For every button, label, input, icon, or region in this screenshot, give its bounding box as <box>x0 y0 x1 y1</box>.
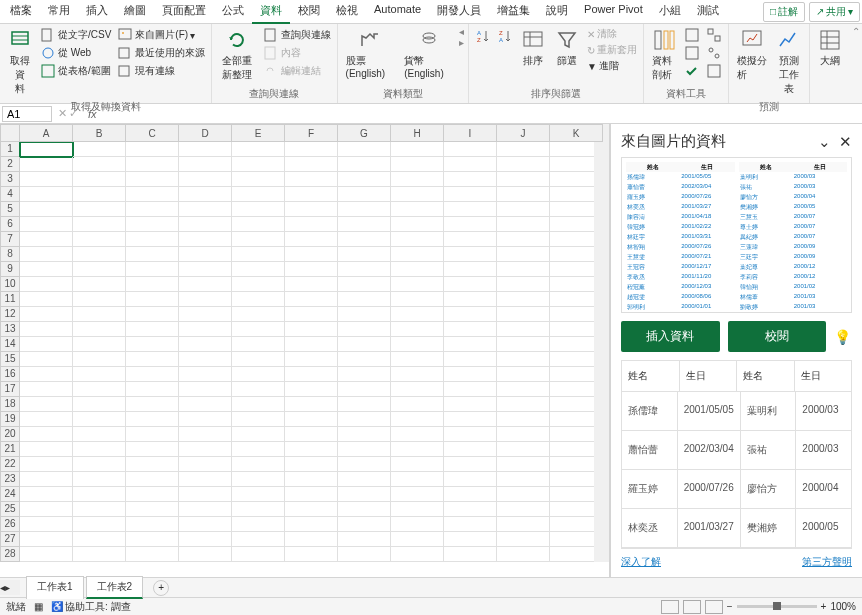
tab-增益集[interactable]: 增益集 <box>489 0 538 24</box>
cell[interactable] <box>232 427 285 442</box>
cell[interactable] <box>391 322 444 337</box>
table-row[interactable]: 孫儒瑋2001/05/05葉明利2000/03 <box>622 392 851 431</box>
row-header[interactable]: 8 <box>0 247 20 262</box>
cell[interactable] <box>391 502 444 517</box>
cell[interactable] <box>232 307 285 322</box>
cell[interactable] <box>73 457 126 472</box>
cell[interactable] <box>285 157 338 172</box>
text-to-columns-button[interactable]: 資料剖析 <box>648 26 680 84</box>
cell[interactable] <box>391 262 444 277</box>
cell[interactable] <box>126 472 179 487</box>
cell[interactable] <box>73 247 126 262</box>
cell[interactable] <box>444 337 497 352</box>
row-header[interactable]: 5 <box>0 202 20 217</box>
cell[interactable] <box>444 517 497 532</box>
name-box[interactable] <box>2 106 52 122</box>
relationships-button[interactable] <box>704 44 724 62</box>
cell[interactable] <box>179 532 232 547</box>
row-header[interactable]: 22 <box>0 457 20 472</box>
cell[interactable] <box>20 352 73 367</box>
cell[interactable] <box>179 187 232 202</box>
recent-sources-button[interactable]: 最近使用的來源 <box>115 44 207 62</box>
from-picture-button[interactable]: 來自圖片(F) ▾ <box>115 26 207 44</box>
cell[interactable] <box>338 352 391 367</box>
cell[interactable] <box>497 397 550 412</box>
cell[interactable] <box>73 532 126 547</box>
cell[interactable] <box>444 172 497 187</box>
cell[interactable] <box>391 412 444 427</box>
macro-icon[interactable]: ▦ <box>34 601 43 612</box>
cell[interactable] <box>444 232 497 247</box>
outline-button[interactable]: 大綱 <box>814 26 846 70</box>
cell[interactable] <box>20 547 73 562</box>
column-header[interactable]: D <box>179 124 232 142</box>
enter-icon[interactable]: ✓ <box>69 107 78 120</box>
share-button[interactable]: ↗ 共用 ▾ <box>809 2 860 22</box>
cell[interactable] <box>444 472 497 487</box>
row-header[interactable]: 27 <box>0 532 20 547</box>
cell[interactable] <box>338 202 391 217</box>
column-header[interactable]: K <box>550 124 603 142</box>
cell[interactable] <box>391 517 444 532</box>
cell[interactable] <box>391 367 444 382</box>
cell[interactable] <box>126 172 179 187</box>
cell[interactable] <box>338 292 391 307</box>
cell[interactable] <box>444 487 497 502</box>
row-header[interactable]: 3 <box>0 172 20 187</box>
cell[interactable] <box>338 397 391 412</box>
cell[interactable] <box>73 322 126 337</box>
tab-公式[interactable]: 公式 <box>214 0 252 24</box>
cell[interactable] <box>391 457 444 472</box>
cell[interactable] <box>285 247 338 262</box>
cell[interactable] <box>179 367 232 382</box>
cell[interactable] <box>179 502 232 517</box>
cell[interactable] <box>497 172 550 187</box>
cell[interactable] <box>497 457 550 472</box>
cell[interactable] <box>126 367 179 382</box>
cell[interactable] <box>126 142 179 157</box>
cell[interactable] <box>285 367 338 382</box>
existing-connections-button[interactable]: 現有連線 <box>115 62 207 80</box>
cell[interactable] <box>285 277 338 292</box>
column-header[interactable]: H <box>391 124 444 142</box>
cell[interactable] <box>20 487 73 502</box>
cell[interactable] <box>338 502 391 517</box>
filter-button[interactable]: 篩選 <box>551 26 583 70</box>
cancel-icon[interactable]: ✕ <box>58 107 67 120</box>
cell[interactable] <box>391 217 444 232</box>
sort-za-button[interactable]: ZA <box>495 26 515 46</box>
cell[interactable] <box>497 442 550 457</box>
cell[interactable] <box>444 457 497 472</box>
tab-測試[interactable]: 測試 <box>689 0 727 24</box>
cell[interactable] <box>232 457 285 472</box>
chevron-down-icon[interactable]: ⌄ <box>818 133 831 151</box>
row-header[interactable]: 26 <box>0 517 20 532</box>
sort-az-button[interactable]: AZ <box>473 26 493 46</box>
comment-button[interactable]: □ 註解 <box>763 2 805 22</box>
table-row[interactable]: 羅玉婷2000/07/26廖怡方2000/04 <box>622 470 851 509</box>
sheet-tab[interactable]: 工作表1 <box>26 576 84 599</box>
cell[interactable] <box>391 232 444 247</box>
cell[interactable] <box>179 292 232 307</box>
cell[interactable] <box>285 457 338 472</box>
cell[interactable] <box>285 187 338 202</box>
row-header[interactable]: 24 <box>0 487 20 502</box>
cell[interactable] <box>232 247 285 262</box>
cell[interactable] <box>338 232 391 247</box>
cell[interactable] <box>338 337 391 352</box>
refresh-all-button[interactable]: 全部重新整理 <box>216 26 258 84</box>
cell[interactable] <box>285 547 338 562</box>
cell[interactable] <box>391 352 444 367</box>
cell[interactable] <box>232 352 285 367</box>
row-header[interactable]: 15 <box>0 352 20 367</box>
cell[interactable] <box>20 442 73 457</box>
worksheet-grid[interactable]: ABCDEFGHIJK 1234567891011121314151617181… <box>0 124 610 577</box>
cell[interactable] <box>179 457 232 472</box>
row-header[interactable]: 11 <box>0 292 20 307</box>
cell[interactable] <box>73 142 126 157</box>
tab-說明[interactable]: 說明 <box>538 0 576 24</box>
cell[interactable] <box>444 442 497 457</box>
cell[interactable] <box>73 352 126 367</box>
row-header[interactable]: 19 <box>0 412 20 427</box>
cell[interactable] <box>338 427 391 442</box>
